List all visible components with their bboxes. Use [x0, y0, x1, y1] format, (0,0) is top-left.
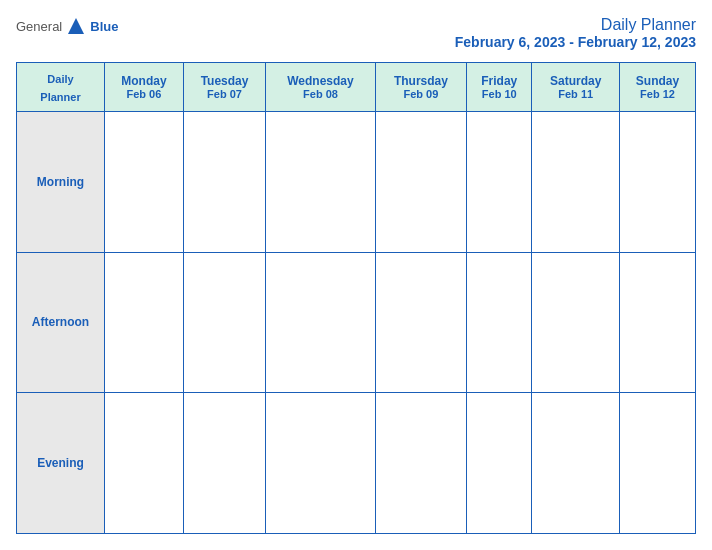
- time-label-morning: Morning: [17, 112, 105, 253]
- cell-afternoon-tuesday[interactable]: [183, 252, 265, 393]
- daily-planner-header: DailyPlanner: [17, 63, 105, 112]
- cell-afternoon-wednesday[interactable]: [266, 252, 375, 393]
- cell-evening-friday[interactable]: [467, 393, 532, 534]
- time-label-evening: Evening: [17, 393, 105, 534]
- row-afternoon: Afternoon: [17, 252, 696, 393]
- day-date: Feb 06: [109, 88, 179, 100]
- cell-afternoon-sunday[interactable]: [620, 252, 696, 393]
- first-col-label: DailyPlanner: [40, 73, 80, 103]
- day-date: Feb 11: [536, 88, 615, 100]
- logo-blue-text: Blue: [90, 19, 118, 34]
- logo-icon: [66, 16, 86, 36]
- column-headers: DailyPlanner Monday Feb 06 Tuesday Feb 0…: [17, 63, 696, 112]
- cell-evening-thursday[interactable]: [375, 393, 466, 534]
- planner-date-range: February 6, 2023 - February 12, 2023: [455, 34, 696, 50]
- day-header-wednesday: Wednesday Feb 08: [266, 63, 375, 112]
- cell-morning-wednesday[interactable]: [266, 112, 375, 253]
- day-name: Wednesday: [270, 74, 370, 88]
- cell-afternoon-saturday[interactable]: [532, 252, 620, 393]
- cell-morning-friday[interactable]: [467, 112, 532, 253]
- cell-afternoon-thursday[interactable]: [375, 252, 466, 393]
- day-header-friday: Friday Feb 10: [467, 63, 532, 112]
- cell-afternoon-monday[interactable]: [105, 252, 184, 393]
- cell-morning-sunday[interactable]: [620, 112, 696, 253]
- day-date: Feb 09: [380, 88, 462, 100]
- day-date: Feb 07: [188, 88, 261, 100]
- day-name: Sunday: [624, 74, 691, 88]
- planner-table: DailyPlanner Monday Feb 06 Tuesday Feb 0…: [16, 62, 696, 534]
- day-date: Feb 08: [270, 88, 370, 100]
- day-name: Tuesday: [188, 74, 261, 88]
- logo-general-text: General: [16, 19, 62, 34]
- cell-afternoon-friday[interactable]: [467, 252, 532, 393]
- planner-title: Daily Planner: [455, 16, 696, 34]
- day-name: Saturday: [536, 74, 615, 88]
- row-evening: Evening: [17, 393, 696, 534]
- time-label-afternoon: Afternoon: [17, 252, 105, 393]
- cell-evening-saturday[interactable]: [532, 393, 620, 534]
- day-name: Friday: [471, 74, 527, 88]
- cell-morning-saturday[interactable]: [532, 112, 620, 253]
- logo-area: General Blue: [16, 16, 118, 36]
- cell-evening-monday[interactable]: [105, 393, 184, 534]
- day-header-saturday: Saturday Feb 11: [532, 63, 620, 112]
- day-name: Thursday: [380, 74, 462, 88]
- day-header-tuesday: Tuesday Feb 07: [183, 63, 265, 112]
- day-name: Monday: [109, 74, 179, 88]
- cell-morning-monday[interactable]: [105, 112, 184, 253]
- day-header-sunday: Sunday Feb 12: [620, 63, 696, 112]
- day-header-monday: Monday Feb 06: [105, 63, 184, 112]
- cell-evening-wednesday[interactable]: [266, 393, 375, 534]
- svg-marker-0: [68, 18, 84, 34]
- cell-evening-sunday[interactable]: [620, 393, 696, 534]
- title-area: Daily Planner February 6, 2023 - Februar…: [455, 16, 696, 50]
- cell-morning-thursday[interactable]: [375, 112, 466, 253]
- day-date: Feb 12: [624, 88, 691, 100]
- cell-evening-tuesday[interactable]: [183, 393, 265, 534]
- cell-morning-tuesday[interactable]: [183, 112, 265, 253]
- day-header-thursday: Thursday Feb 09: [375, 63, 466, 112]
- row-morning: Morning: [17, 112, 696, 253]
- day-date: Feb 10: [471, 88, 527, 100]
- page-header: General Blue Daily Planner February 6, 2…: [16, 16, 696, 50]
